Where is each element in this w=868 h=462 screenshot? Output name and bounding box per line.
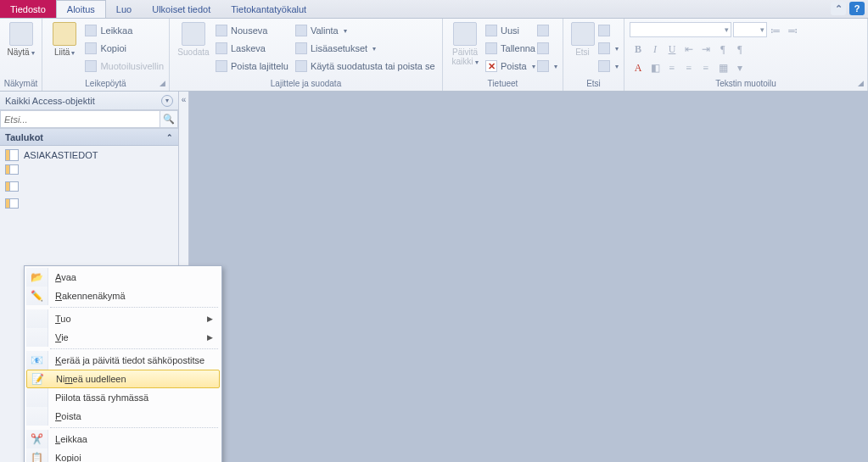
dialog-launcher-icon[interactable]: ◢ [855, 79, 865, 89]
rtl-icon[interactable]: ¶ [731, 41, 748, 58]
sort-desc-button[interactable]: Laskeva [216, 40, 288, 57]
table-icon [5, 149, 19, 161]
hide-icon [31, 391, 44, 404]
nav-pane-header[interactable]: Kaikki Access-objektit ▾ [0, 92, 178, 110]
scissors-icon [85, 25, 97, 36]
format-painter-button[interactable]: Muotoilusivellin [85, 58, 164, 75]
tab-create[interactable]: Luo [106, 0, 142, 18]
group-title: Leikepöytä [42, 77, 169, 90]
ctx-open[interactable]: 📂 AAvaavaa [26, 268, 220, 287]
navigation-pane: Kaikki Access-objektit ▾ 🔍 Taulukot ⌃ AS… [0, 92, 179, 462]
align-left-icon[interactable]: ≡ [664, 59, 680, 76]
align-center-icon[interactable]: ≡ [680, 59, 697, 76]
dialog-launcher-icon[interactable]: ◢ [157, 79, 167, 89]
replace-icon [598, 25, 610, 36]
group-title: Tietueet [443, 77, 563, 90]
alt-row-icon[interactable]: ▾ [731, 59, 748, 76]
goto-button[interactable]: ▾ [598, 40, 619, 57]
group-title: Etsi [563, 77, 624, 90]
table-icon [5, 181, 19, 192]
help-icon[interactable]: ? [849, 2, 865, 15]
tab-home[interactable]: Aloitus [56, 0, 106, 18]
minimize-ribbon-icon[interactable]: ⌃ [831, 2, 846, 15]
numbering-icon[interactable]: ≕ [784, 22, 801, 39]
table-name: ASIAKASTIEDOT [24, 150, 98, 160]
toggle-filter-icon [295, 60, 307, 72]
ctx-remove[interactable]: PoistaPoista [26, 407, 220, 426]
more-icon [537, 60, 549, 72]
indent-inc-icon[interactable]: ⇥ [697, 41, 714, 58]
context-menu: 📂 AAvaavaa ✏️ RakennenäkymäRakennenäkymä… [24, 265, 222, 462]
gridlines-icon[interactable]: ▦ [714, 59, 731, 76]
fill-color-button[interactable]: ◧ [647, 59, 664, 76]
table-icon [5, 198, 19, 209]
bold-button[interactable]: B [630, 41, 647, 58]
table-icon [5, 164, 19, 175]
select-button[interactable]: ▾ [598, 58, 619, 75]
view-button[interactable]: Näytä▾ [5, 20, 36, 58]
sigma-icon [537, 25, 549, 36]
menubar: Tiedosto Aloitus Luo Ulkoiset tiedot Tie… [0, 0, 868, 19]
ltr-icon[interactable]: ¶ [714, 41, 731, 58]
font-color-button[interactable]: A [630, 59, 647, 76]
more-button[interactable]: ▾ [537, 58, 557, 75]
tab-dbtools[interactable]: Tietokantatyökalut [221, 0, 316, 18]
copy-icon: 📋 [31, 451, 44, 462]
design-icon: ✏️ [31, 289, 44, 303]
selection-button[interactable]: Valinta▾ [295, 22, 435, 39]
table-item[interactable] [0, 198, 178, 209]
workspace [189, 92, 868, 462]
save-button[interactable]: Tallenna [485, 40, 535, 57]
abc-icon [537, 42, 549, 54]
advanced-button[interactable]: Lisäasetukset▾ [295, 40, 435, 57]
paste-icon [53, 22, 76, 46]
replace-button[interactable] [598, 22, 619, 39]
refresh-button[interactable]: Päivitä kaikki▾ [448, 20, 482, 67]
nav-menu-icon[interactable]: ▾ [161, 95, 173, 107]
ctx-rename[interactable]: 📝 Nimeä uudelleenNimeä uudelleen [26, 370, 220, 388]
search-input[interactable] [0, 110, 160, 128]
table-item[interactable] [0, 181, 178, 192]
table-item[interactable]: ASIAKASTIEDOT [0, 146, 178, 164]
toggle-filter-button[interactable]: Käytä suodatusta tai poista se [295, 58, 435, 75]
copy-button[interactable]: Kopioi [85, 40, 164, 57]
ctx-cut[interactable]: ✂️ LeikkaaLeikkaa [26, 430, 220, 448]
sort-asc-icon [216, 25, 227, 36]
spelling-button[interactable] [537, 40, 557, 57]
brush-icon [85, 60, 97, 72]
tab-external[interactable]: Ulkoiset tiedot [142, 0, 221, 18]
remove-sort-button[interactable]: Poista lajittelu [216, 58, 288, 75]
cut-button[interactable]: Leikkaa [85, 22, 164, 39]
nav-section-tables[interactable]: Taulukot ⌃ [0, 129, 178, 146]
delete-button[interactable]: ✕Poista▾ [485, 58, 535, 75]
ctx-import[interactable]: TuoTuo ▶ [26, 309, 220, 328]
indent-dec-icon[interactable]: ⇤ [680, 41, 697, 58]
underline-button[interactable]: U [664, 41, 680, 58]
rename-icon: 📝 [31, 372, 45, 386]
new-button[interactable]: Uusi [485, 22, 535, 39]
find-button[interactable]: Etsi [568, 20, 596, 57]
open-icon: 📂 [31, 270, 44, 284]
ctx-copy[interactable]: 📋 KopioiKopioi [26, 448, 220, 462]
ctx-export[interactable]: VieVie ▶ [26, 328, 220, 347]
sort-asc-button[interactable]: Nouseva [216, 22, 288, 39]
totals-button[interactable] [537, 22, 557, 39]
group-title: Näkymät [0, 77, 42, 90]
font-combo[interactable]: ▾ [630, 22, 731, 37]
italic-button[interactable]: I [647, 41, 664, 58]
ctx-design[interactable]: ✏️ RakennenäkymäRakennenäkymä [26, 287, 220, 305]
advanced-icon [295, 42, 307, 54]
font-size-combo[interactable]: ▾ [733, 22, 767, 37]
paste-button[interactable]: Liitä▾ [48, 20, 81, 58]
table-item[interactable] [0, 164, 178, 175]
filter-button[interactable]: Suodata [175, 20, 212, 57]
scissors-icon: ✂️ [31, 432, 44, 446]
align-right-icon[interactable]: ≡ [697, 59, 714, 76]
tab-file[interactable]: Tiedosto [0, 0, 56, 18]
ctx-hide[interactable]: Piilota tässä ryhmässä [26, 388, 220, 407]
ctx-collect[interactable]: 📧 Kerää ja päivitä tiedot sähköpostitseK… [26, 351, 220, 370]
bullets-icon[interactable]: ≔ [767, 22, 784, 39]
submenu-arrow-icon: ▶ [207, 333, 213, 342]
search-icon[interactable]: 🔍 [160, 110, 178, 128]
remove-sort-icon [216, 60, 227, 72]
